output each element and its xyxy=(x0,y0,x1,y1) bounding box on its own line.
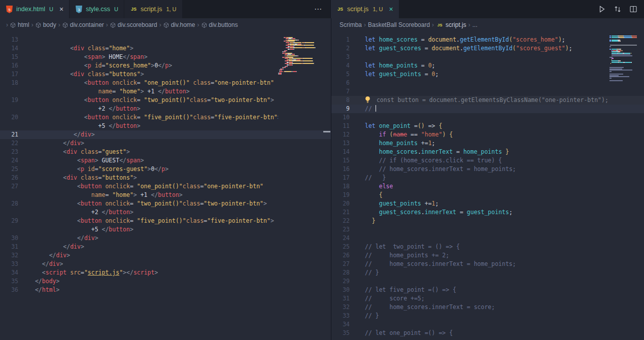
line-number[interactable]: 13 xyxy=(331,139,354,148)
line-number[interactable]: 31 xyxy=(0,243,22,251)
code-line[interactable]: 23 xyxy=(331,225,644,234)
code-line[interactable]: 32// home_scores.innerText = score; xyxy=(331,303,644,312)
line-number[interactable]: 14 xyxy=(0,44,22,53)
line-number[interactable]: 32 xyxy=(331,303,354,312)
line-number[interactable]: 2 xyxy=(331,44,354,53)
line-number[interactable]: 14 xyxy=(331,148,354,156)
line-number[interactable]: 24 xyxy=(0,156,22,165)
line-number[interactable]: 6 xyxy=(331,79,354,87)
line-number[interactable]: 19 xyxy=(0,96,22,105)
more-actions-icon[interactable]: ⋯ xyxy=(306,5,330,14)
code-line[interactable]: 34 xyxy=(331,320,644,329)
line-number[interactable] xyxy=(0,191,22,199)
code-line[interactable]: 21 guest_scores.innerText = guest_points… xyxy=(331,208,644,217)
line-number[interactable]: 36 xyxy=(0,286,22,294)
code-line[interactable]: 20 guest_points +=1; xyxy=(331,199,644,208)
line-number[interactable]: 30 xyxy=(0,234,22,243)
code-line[interactable]: 9// xyxy=(331,105,644,113)
breadcrumb-item[interactable]: div.buttons xyxy=(201,21,238,28)
code-line[interactable]: 7 xyxy=(331,87,644,96)
code-line[interactable]: 8 const button = document.getElementsByC… xyxy=(331,96,644,105)
line-number[interactable]: 23 xyxy=(0,148,22,156)
line-number[interactable]: 35 xyxy=(0,277,22,286)
code-line[interactable]: 27// home_scores.innerText = home_points… xyxy=(331,260,644,268)
breadcrumb-item[interactable]: ... xyxy=(472,21,478,28)
line-number[interactable]: 22 xyxy=(0,139,22,148)
code-line[interactable]: name= "home"> +1 </button> xyxy=(0,87,331,96)
code-line[interactable]: 4let home_points = 0; xyxy=(331,61,644,70)
line-number[interactable]: 7 xyxy=(331,87,354,96)
line-number[interactable]: 22 xyxy=(331,217,354,225)
code-line[interactable]: 10 xyxy=(331,113,644,122)
code-line[interactable]: 15 // if (home_scores.click == true) { xyxy=(331,156,644,165)
code-line[interactable]: 18 else xyxy=(331,182,644,191)
code-line[interactable]: 16 // home_scores.innerText = home_point… xyxy=(331,165,644,174)
code-line[interactable]: name= "home"> +1 </button> xyxy=(0,191,331,199)
lightbulb-icon[interactable] xyxy=(365,96,370,105)
code-line[interactable]: 30// let five_point =() => { xyxy=(331,286,644,294)
code-line[interactable]: 24 <span> GUEST</span> xyxy=(0,156,331,165)
line-number[interactable]: 18 xyxy=(331,182,354,191)
code-line[interactable]: 13 home_points +=1; xyxy=(331,139,644,148)
line-number[interactable]: 25 xyxy=(331,243,354,251)
line-number[interactable] xyxy=(0,122,22,130)
code-line[interactable]: 32 </div> xyxy=(0,251,331,260)
editor-right[interactable]: 1let home_scores = document.getElementBy… xyxy=(331,31,644,340)
code-line[interactable]: 25 <p id="scores-guest">0</p> xyxy=(0,165,331,174)
code-line[interactable]: 28 <button onclick= "two_point()"class="… xyxy=(0,199,331,208)
line-number[interactable]: 13 xyxy=(0,36,22,44)
line-number[interactable]: 5 xyxy=(331,70,354,79)
line-number[interactable]: 35 xyxy=(331,329,354,337)
line-number[interactable]: 1 xyxy=(331,36,354,44)
code-line[interactable]: 22 } xyxy=(331,217,644,225)
line-number[interactable]: 27 xyxy=(331,260,354,268)
run-code-icon[interactable] xyxy=(598,5,606,13)
editor-left[interactable]: 1314 <div class="home">15 <span> HOME</s… xyxy=(0,31,331,340)
line-number[interactable]: 15 xyxy=(331,156,354,165)
close-icon[interactable]: × xyxy=(59,6,63,13)
line-number[interactable]: 18 xyxy=(0,79,22,87)
breadcrumb-item[interactable]: div.container xyxy=(62,21,104,28)
code-line[interactable]: 20 <button onclick= "five_point()"class=… xyxy=(0,113,331,122)
line-number[interactable]: 20 xyxy=(331,199,354,208)
line-number[interactable]: 29 xyxy=(331,277,354,286)
close-icon[interactable]: × xyxy=(389,6,393,13)
minimap-left[interactable] xyxy=(278,36,323,75)
line-number[interactable]: 15 xyxy=(0,53,22,61)
code-line[interactable]: +5 </button> xyxy=(0,122,331,130)
breadcrumb-item[interactable]: Scrimba xyxy=(340,21,362,28)
line-number[interactable]: 29 xyxy=(0,217,22,225)
minimap-right[interactable] xyxy=(609,36,637,82)
code-line[interactable]: 19 <button onclick= "two_point()"class="… xyxy=(0,96,331,105)
line-number[interactable]: 19 xyxy=(331,191,354,199)
code-line[interactable]: 19 { xyxy=(331,191,644,199)
code-line[interactable]: 17// } xyxy=(331,174,644,182)
line-number[interactable]: 34 xyxy=(0,268,22,277)
code-line[interactable]: 18 <button onclick= "one_point()" class=… xyxy=(0,79,331,87)
code-line[interactable]: 26// home_points += 2; xyxy=(331,251,644,260)
line-number[interactable]: 31 xyxy=(331,294,354,303)
line-number[interactable]: 33 xyxy=(331,312,354,320)
code-line[interactable]: 33 </div> xyxy=(0,260,331,268)
compare-changes-icon[interactable] xyxy=(614,5,622,13)
code-line[interactable]: 31// score +=5; xyxy=(331,294,644,303)
line-number[interactable] xyxy=(0,225,22,234)
code-line[interactable]: +2 </button> xyxy=(0,208,331,217)
code-line[interactable]: 35// let one_point =() => { xyxy=(331,329,644,337)
line-number[interactable]: 8 xyxy=(331,96,354,105)
line-number[interactable]: 28 xyxy=(331,268,354,277)
code-line[interactable]: 24 xyxy=(331,234,644,243)
line-number[interactable]: 34 xyxy=(331,320,354,329)
breadcrumb-item[interactable]: html xyxy=(10,21,29,28)
line-number[interactable]: 11 xyxy=(331,122,354,130)
code-line[interactable]: 14 home_scores.innerText = home_points } xyxy=(331,148,644,156)
line-number[interactable]: 27 xyxy=(0,182,22,191)
line-number[interactable]: 20 xyxy=(0,113,22,122)
tab-style.css[interactable]: 3style.cssU xyxy=(70,0,124,18)
line-number[interactable]: 16 xyxy=(0,61,22,70)
line-number[interactable]: 17 xyxy=(0,70,22,79)
line-number[interactable]: 16 xyxy=(331,165,354,174)
line-number[interactable]: 9 xyxy=(331,105,354,113)
code-line[interactable]: 30 </div> xyxy=(0,234,331,243)
code-line[interactable]: 26 <div class="buttons"> xyxy=(0,174,331,182)
